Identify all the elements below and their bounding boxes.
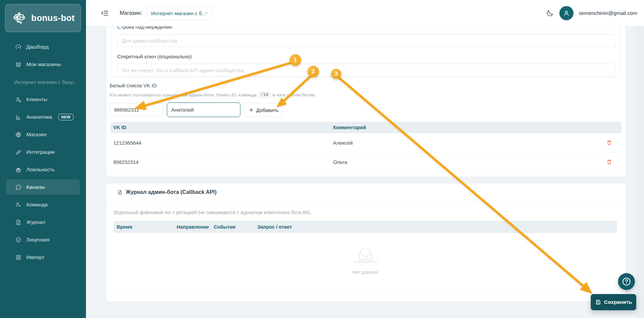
journal-title: Журнал админ-бота (Callback API) [126, 189, 216, 195]
sidebar-item-channels[interactable]: Каналы [6, 179, 80, 195]
sidebar-item-label: Журнал [26, 219, 46, 225]
column-header-direction: Направление [174, 224, 211, 230]
secret-key-input[interactable] [117, 64, 616, 77]
confirmation-string-input[interactable] [117, 34, 616, 47]
dashboard-icon [15, 44, 22, 50]
save-button-label: Сохранить [604, 299, 632, 305]
column-header-vkid: VK ID [111, 125, 333, 130]
table-row: 856232314 Ольга [111, 152, 621, 172]
sidebar-item-journal[interactable]: Журнал [6, 214, 80, 230]
vk-id-cell: 1212365644 [111, 140, 333, 146]
save-icon [595, 299, 601, 305]
sidebar-item-label: Каналы [26, 184, 45, 190]
import-icon [15, 254, 22, 261]
question-icon [621, 277, 632, 287]
sidebar-item-team[interactable]: Команда [6, 197, 80, 212]
menu-fold-icon[interactable] [100, 9, 109, 18]
help-button[interactable] [618, 273, 635, 290]
whitelist-table-header: VK ID Комментарий [111, 122, 621, 133]
sidebar-menu: Дашборд Мои магазины Интернет-магазин с … [0, 39, 86, 267]
plus-icon [249, 108, 254, 112]
admin-bot-settings-card: Строка подтверждения Секретный ключ (опц… [107, 13, 625, 177]
scrollbar[interactable] [636, 26, 644, 318]
new-badge: NEW [58, 114, 74, 120]
inbox-icon [357, 247, 374, 261]
sidebar-item-label: Импорт [26, 254, 45, 260]
table-row: 1212365644 Алексей [111, 133, 621, 152]
journal-table-header: Время Направление Событие Запрос / ответ [114, 221, 617, 233]
sidebar-item-label: Аналитика [26, 114, 52, 120]
globe-icon [15, 132, 22, 138]
column-header-request: Запрос / ответ [254, 224, 617, 230]
user-email[interactable]: semenchinin@gmail.com [579, 10, 637, 16]
sidebar-item-label: Лицензия [26, 237, 50, 243]
sidebar-item-store[interactable]: Магазин [6, 127, 80, 142]
user-avatar[interactable] [559, 6, 574, 20]
sidebar-item-label: Клиенты [26, 96, 47, 103]
analytics-icon [15, 114, 22, 120]
column-header-comment: Комментарий [333, 125, 597, 130]
store-label: Магазин: [120, 0, 142, 26]
top-header: Магазин: Интернет-магазин с б... semench… [86, 0, 644, 26]
robot-icon [11, 10, 27, 26]
sidebar-item-my-stores[interactable]: Мои магазины [6, 57, 80, 72]
team-icon [15, 202, 22, 208]
secret-key-label: Секретный ключ (опционально) [117, 54, 192, 59]
journal-card: Журнал админ-бота (Callback API) Отдельн… [107, 184, 625, 301]
empty-state: Нет данных [114, 238, 617, 275]
document-icon [117, 190, 123, 195]
clients-icon [15, 96, 22, 103]
sidebar-item-label: Интеграции [26, 149, 55, 155]
divider [107, 201, 625, 202]
whitelist-description-suffix: в чате с этим ботом. [272, 92, 316, 97]
divider [114, 289, 617, 290]
journal-description: Отдельный файловый лог с ротацией (не см… [114, 210, 311, 215]
integrations-icon [15, 149, 22, 155]
store-select[interactable]: Интернет-магазин с б... [147, 6, 213, 20]
app-title: bonus-bot [31, 13, 75, 23]
empty-text: Нет данных [114, 269, 617, 275]
whitelist-description: Кто может пользоваться сценариями админ-… [110, 92, 316, 98]
inbox-shadow [353, 260, 378, 263]
sidebar-item-clients[interactable]: Клиенты [6, 92, 80, 107]
sidebar-item-label: Команда [26, 202, 48, 208]
main-content: Строка подтверждения Секретный ключ (опц… [86, 0, 644, 318]
vk-id-cell: 856232314 [111, 159, 333, 165]
sidebar-store-section-label: Интернет-магазин с бону... [6, 74, 80, 90]
delete-row-icon[interactable] [606, 159, 612, 165]
sidebar-item-label: Мои магазины [26, 61, 61, 67]
whitelist-title: Белый список VK ID [110, 83, 157, 88]
store-select-value: Интернет-магазин с б... [151, 10, 204, 16]
sidebar-item-loyalty[interactable]: Лояльность [6, 162, 80, 177]
sidebar-item-license[interactable]: Лицензия [6, 232, 80, 248]
sidebar-item-dashboard[interactable]: Дашборд [6, 39, 80, 55]
whitelist-table: VK ID Комментарий 1212365644 Алексей 856… [111, 122, 621, 172]
shop-icon [15, 61, 22, 68]
sidebar: bonus-bot Дашборд Мои магазины Интернет-… [0, 0, 86, 318]
license-icon [15, 237, 22, 243]
journal-icon [15, 219, 22, 226]
sidebar-item-import[interactable]: Импорт [6, 250, 80, 265]
comment-cell: Алексей [333, 140, 597, 146]
sidebar-item-label: Лояльность [26, 167, 55, 173]
chevron-down-icon [204, 11, 208, 15]
add-whitelist-button[interactable]: Добавить [244, 103, 283, 117]
moon-icon[interactable] [546, 9, 554, 17]
sidebar-item-analytics[interactable]: Аналитика NEW [6, 109, 80, 125]
channels-icon [15, 184, 22, 191]
app-logo[interactable]: bonus-bot [5, 4, 81, 32]
comment-cell: Ольга [333, 159, 597, 165]
sidebar-item-integrations[interactable]: Интеграции [6, 144, 80, 160]
sidebar-item-label: Дашборд [26, 44, 49, 50]
column-header-event: Событие [211, 224, 254, 230]
save-button[interactable]: Сохранить [591, 294, 636, 310]
whitelist-description-prefix: Кто может пользоваться сценариями админ-… [110, 92, 257, 97]
vk-id-input[interactable] [110, 103, 163, 117]
gift-icon [15, 167, 22, 173]
vk-comment-input[interactable] [167, 103, 240, 117]
id-command-chip: /id [259, 92, 271, 98]
sidebar-item-label: Магазин [26, 132, 47, 138]
delete-row-icon[interactable] [606, 140, 612, 146]
add-button-label: Добавить [256, 107, 279, 113]
column-header-time: Время [114, 224, 174, 230]
